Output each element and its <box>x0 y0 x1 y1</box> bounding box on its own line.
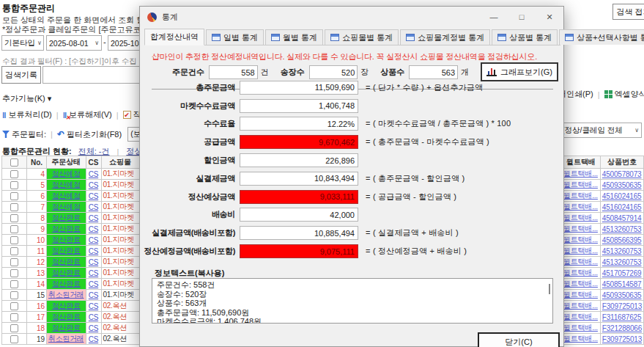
search-collapse-button[interactable]: 검색 접기 <box>612 4 644 20</box>
row-checkbox[interactable] <box>10 192 18 200</box>
product-no-link[interactable]: 4513260753 <box>602 247 642 255</box>
product-no-link[interactable]: 4517057269 <box>602 269 642 277</box>
extra-functions-menu[interactable]: 추가기능(K) ▾ <box>2 93 51 104</box>
row-checkbox[interactable] <box>10 324 18 332</box>
courier-link[interactable]: 윌트택배... <box>563 313 598 321</box>
cs-link[interactable]: CS <box>89 203 98 211</box>
row-checkbox[interactable] <box>10 236 18 244</box>
order-status-link[interactable]: 정산완료 <box>52 302 81 310</box>
order-status-link[interactable]: 정산완료 <box>52 235 81 244</box>
product-no-link[interactable]: 4508566395 <box>602 236 642 244</box>
cs-link[interactable]: CS <box>89 313 98 321</box>
tab-total-settlement[interactable]: 합계정산내역 <box>144 29 204 45</box>
tab-daily[interactable]: 일별 통계 <box>206 29 264 45</box>
courier-link[interactable]: 윌트택배... <box>563 335 598 343</box>
courier-link[interactable]: 윌트택배... <box>563 169 598 178</box>
product-no-link[interactable]: 4513260753 <box>602 225 642 233</box>
cs-link[interactable]: CS <box>89 291 98 299</box>
order-status-link[interactable]: 취소된거래 <box>48 335 84 343</box>
cs-link[interactable]: CS <box>89 280 98 288</box>
row-checkbox[interactable] <box>10 247 18 255</box>
cs-link[interactable]: CS <box>89 181 98 189</box>
courier-link[interactable]: 윌트택배... <box>563 235 598 244</box>
claim-filter-select[interactable]: (정상/클레임 전체 ∨ <box>559 123 642 138</box>
order-status-link[interactable]: 정산완료 <box>52 224 81 233</box>
order-status-link[interactable]: 정산예정 <box>52 180 81 189</box>
product-no-link[interactable]: 4500578073 <box>602 170 642 178</box>
courier-link[interactable]: 윌트택배... <box>563 246 598 255</box>
order-status-link[interactable]: 정산완료 <box>52 280 81 288</box>
row-checkbox[interactable] <box>10 203 18 211</box>
date-from-select[interactable]: 2025-08-01 ∨ <box>46 35 102 51</box>
order-count-field[interactable]: 558 <box>209 65 258 79</box>
courier-link[interactable]: 윌트택배... <box>563 291 598 299</box>
unhold-button[interactable]: 보류해제(V) <box>69 109 112 120</box>
row-checkbox[interactable] <box>10 291 18 299</box>
order-status-link[interactable]: 정산완료 <box>52 257 81 266</box>
cs-link[interactable]: CS <box>89 225 98 233</box>
courier-link[interactable]: 윌트택배... <box>563 191 598 200</box>
tab-by-mall-account[interactable]: 쇼핑몰계정별 통계 <box>400 29 490 45</box>
order-status-link[interactable]: 정산완료 <box>52 324 81 332</box>
row-checkbox[interactable] <box>10 258 18 266</box>
courier-link[interactable]: 윌트택배... <box>563 269 598 277</box>
cs-link[interactable]: CS <box>89 335 98 343</box>
order-status-link[interactable]: 정산완료 <box>52 313 81 321</box>
product-no-link[interactable]: F311687625 <box>602 313 641 321</box>
order-status-link[interactable]: 정산예정 <box>52 169 81 178</box>
invoice-count-field[interactable]: 520 <box>309 65 358 79</box>
search-history-button[interactable]: 검색기록 <box>1 66 41 84</box>
courier-link[interactable]: 윌트택배... <box>563 180 598 189</box>
courier-link[interactable]: 윌트택배... <box>563 202 598 211</box>
close-icon[interactable]: ✕ <box>536 7 563 27</box>
info-textarea[interactable]: 주문건수: 558건 송장수: 520장 상품수: 563개 총주문금액: 11… <box>152 278 553 324</box>
cs-link[interactable]: CS <box>89 236 98 244</box>
minimize-button[interactable]: — <box>480 7 508 27</box>
excel-format-button[interactable]: 엑셀양식설정(E <box>615 89 644 100</box>
row-checkbox[interactable] <box>10 269 18 277</box>
product-no-link[interactable]: 4513260753 <box>602 258 642 266</box>
courier-link[interactable]: 윌트택배... <box>563 257 598 266</box>
courier-link[interactable]: 윌트택배... <box>563 302 598 310</box>
row-checkbox[interactable] <box>10 225 18 233</box>
cs-link[interactable]: CS <box>89 192 98 200</box>
product-no-link[interactable]: F309725013 <box>602 335 642 343</box>
close-button[interactable]: 닫기(C) <box>478 332 560 347</box>
row-checkbox[interactable] <box>10 280 18 288</box>
maximize-button[interactable]: □ <box>508 7 536 27</box>
tab-monthly[interactable]: 월별 통계 <box>265 29 323 45</box>
product-no-link[interactable]: 4516024165 <box>602 203 642 211</box>
product-no-link[interactable]: 4508514587 <box>602 280 642 288</box>
product-count-field[interactable]: 563 <box>409 65 458 79</box>
supply-amount-field[interactable]: 9,670,462 <box>240 135 358 149</box>
actual-payment-incl-shipping-field[interactable]: 10,885,494 <box>240 226 358 240</box>
row-checkbox[interactable] <box>10 170 18 178</box>
row-checkbox[interactable] <box>10 302 18 310</box>
cs-link[interactable]: CS <box>89 258 98 266</box>
courier-link[interactable]: 윌트택배... <box>563 280 598 288</box>
order-status-link[interactable]: 정산완료 <box>52 246 81 255</box>
tab-by-product-option[interactable]: 상품+선택사항별 통계 <box>559 29 644 45</box>
actual-payment-field[interactable]: 10,843,494 <box>240 172 358 186</box>
order-status-link[interactable]: 정산완료 <box>52 269 81 277</box>
cs-link[interactable]: CS <box>89 324 98 332</box>
cs-link[interactable]: CS <box>89 269 98 277</box>
cs-link[interactable]: CS <box>89 170 98 178</box>
product-no-link[interactable]: F321288066 <box>602 324 642 332</box>
settlement-incl-shipping-field[interactable]: 9,075,111 <box>240 244 358 258</box>
scrollbar-thumb[interactable] <box>549 284 550 294</box>
tab-by-product[interactable]: 상품별 통계 <box>492 29 558 45</box>
row-checkbox[interactable] <box>10 313 18 321</box>
product-no-link[interactable]: F309725013 <box>602 302 642 310</box>
type-select[interactable]: 기본타입 ∨ <box>1 35 44 51</box>
market-fee-field[interactable]: 1,406,748 <box>240 99 358 113</box>
select-all-checkbox[interactable] <box>10 158 18 167</box>
tab-by-mall[interactable]: 쇼핑몰별 통계 <box>325 29 399 45</box>
order-status-link[interactable]: 정산예정 <box>52 202 81 211</box>
expected-settlement-field[interactable]: 9,033,111 <box>240 190 358 204</box>
product-no-link[interactable]: 4508457914 <box>602 214 642 222</box>
courier-link[interactable]: 윌트택배... <box>563 324 598 332</box>
courier-link[interactable]: 윌트택배... <box>563 213 598 222</box>
courier-link[interactable]: 윌트택배... <box>563 224 598 233</box>
discount-amount-field[interactable]: 226,896 <box>240 153 358 167</box>
